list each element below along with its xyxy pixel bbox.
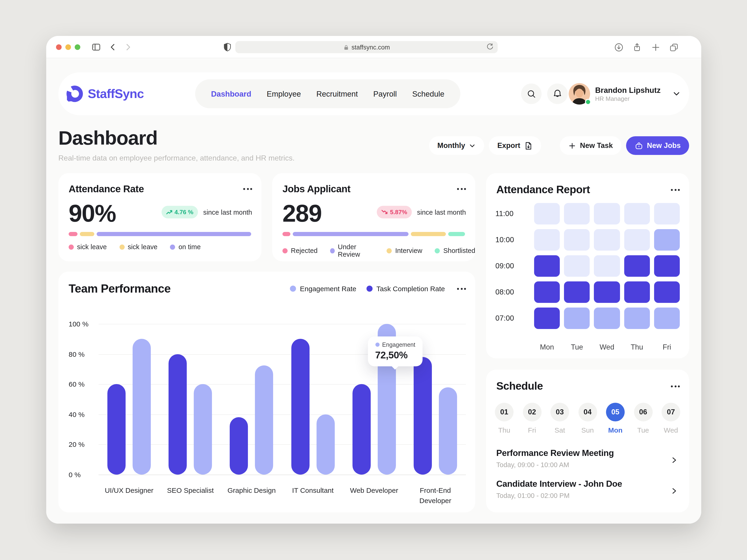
heatmap-cell-tue-07:00: [564, 308, 590, 329]
date-number: 06: [634, 403, 652, 421]
legend-dot-icon: [69, 244, 74, 249]
y-axis-tick: 60 %: [69, 380, 84, 388]
card-title: Schedule: [496, 380, 543, 393]
date-pill-01[interactable]: 01Thu: [495, 403, 514, 434]
bar-task-completion[interactable]: [230, 418, 248, 475]
card-title: Jobs Applicant: [282, 183, 351, 195]
heatmap-cell-fri-10:00: [654, 229, 680, 250]
event-time: Today, 09:00 - 10:00 AM: [496, 461, 680, 469]
legend-item: sick leave: [69, 243, 107, 250]
heatmap-cell-mon-08:00: [534, 282, 560, 303]
address-bar[interactable]: staffsync.com: [235, 41, 498, 53]
date-pill-04[interactable]: 04Sun: [578, 403, 597, 434]
sidebar-toggle-icon[interactable]: [91, 42, 102, 53]
chart-tooltip: Engagement72,50%: [368, 337, 423, 366]
new-task-button[interactable]: New Task: [560, 136, 621, 155]
bar-task-completion[interactable]: [352, 384, 370, 475]
new-tab-icon[interactable]: [650, 42, 661, 53]
y-axis-tick: 40 %: [69, 410, 84, 418]
share-icon[interactable]: [631, 42, 642, 53]
event-title: Performance Review Meeting: [496, 448, 680, 458]
more-menu-button[interactable]: [671, 187, 680, 192]
bar-engagement[interactable]: [316, 415, 335, 475]
tab-overview-icon[interactable]: [668, 42, 679, 53]
event-row[interactable]: Performance Review MeetingToday, 09:00 -…: [496, 448, 680, 474]
app-header: StaffSync DashboardEmployeeRecruitmentPa…: [58, 72, 689, 115]
online-status-dot: [585, 99, 591, 105]
nav-item-dashboard[interactable]: Dashboard: [211, 89, 251, 98]
attendance-heatmap: 11:0010:0009:0008:0007:00: [495, 203, 680, 329]
new-jobs-button[interactable]: New Jobs: [626, 136, 689, 155]
bar-task-completion[interactable]: [107, 384, 126, 475]
zoom-window-button[interactable]: [75, 44, 80, 50]
delta-note: since last month: [203, 208, 252, 216]
staffsync-logo-icon: [66, 85, 83, 103]
attendance-progress-bar: [69, 232, 251, 236]
date-pill-05[interactable]: 05Mon: [606, 403, 625, 434]
more-menu-button[interactable]: [457, 186, 466, 192]
date-number: 05: [606, 403, 625, 421]
back-icon[interactable]: [107, 42, 119, 53]
nav-item-payroll[interactable]: Payroll: [373, 89, 397, 98]
delta-value: 4.76 %: [174, 209, 193, 216]
notifications-button[interactable]: [547, 83, 568, 104]
bar-engagement[interactable]: [439, 387, 457, 475]
x-axis-label: Web Developer: [343, 485, 405, 506]
period-select[interactable]: Monthly: [429, 136, 484, 155]
heatmap-cell-fri-09:00: [654, 255, 680, 277]
x-axis-label: SEO Specialist: [160, 485, 221, 506]
nav-item-employee[interactable]: Employee: [266, 89, 301, 98]
brand-logo[interactable]: StaffSync: [66, 85, 144, 103]
bar-group: [169, 324, 212, 475]
date-day-label: Mon: [608, 426, 623, 434]
progress-segment: [96, 232, 251, 236]
close-window-button[interactable]: [56, 44, 61, 50]
profile-menu[interactable]: Brandon Lipshutz HR Manager: [569, 81, 681, 107]
url-text: staffsync.com: [352, 44, 390, 51]
bar-group: [107, 324, 151, 475]
export-button[interactable]: Export: [489, 136, 541, 155]
date-pill-02[interactable]: 02Fri: [523, 403, 541, 434]
stat-value: 90%: [69, 199, 116, 227]
nav-item-recruitment[interactable]: Recruitment: [316, 89, 358, 98]
bar-engagement[interactable]: [194, 384, 212, 475]
page-title: Dashboard: [58, 127, 157, 149]
heatmap-cell-tue-09:00: [564, 255, 590, 277]
bar-group: [291, 324, 335, 475]
nav-item-schedule[interactable]: Schedule: [412, 89, 444, 98]
progress-segment: [448, 232, 465, 236]
bar-engagement[interactable]: [255, 365, 273, 475]
heatmap-cell-wed-09:00: [594, 255, 620, 277]
event-title: Candidate Interview - John Doe: [496, 479, 680, 489]
forward-icon[interactable]: [122, 42, 133, 53]
chevron-right-icon: [670, 487, 678, 497]
chevron-down-icon: [672, 89, 681, 98]
delta-value: 5.87%: [390, 209, 407, 216]
main-nav: DashboardEmployeeRecruitmentPayrollSched…: [195, 79, 460, 108]
privacy-shield-icon[interactable]: [222, 42, 233, 53]
more-menu-button[interactable]: [243, 186, 252, 192]
reload-icon[interactable]: [486, 43, 494, 52]
chart-legend-item: Task Completion Rate: [367, 285, 445, 293]
search-button[interactable]: [521, 83, 542, 104]
legend-item: Shortlisted: [435, 243, 475, 258]
date-pill-07[interactable]: 07Wed: [662, 403, 680, 434]
date-pill-06[interactable]: 06Tue: [634, 403, 652, 434]
heatmap-day-label: Tue: [564, 341, 590, 351]
app-content: StaffSync DashboardEmployeeRecruitmentPa…: [46, 59, 701, 524]
progress-segment: [411, 232, 446, 236]
downloads-icon[interactable]: [613, 42, 624, 53]
date-pill-03[interactable]: 03Sat: [550, 403, 569, 434]
progress-segment: [80, 232, 94, 236]
bar-task-completion[interactable]: [291, 339, 309, 475]
spacer: [495, 341, 530, 351]
minimize-window-button[interactable]: [66, 44, 71, 50]
more-menu-button[interactable]: [671, 383, 680, 389]
more-menu-button[interactable]: [457, 286, 466, 291]
bar-task-completion[interactable]: [414, 357, 432, 475]
bar-task-completion[interactable]: [169, 354, 187, 475]
y-axis-tick: 100 %: [69, 320, 88, 328]
bar-engagement[interactable]: [133, 339, 151, 475]
trend-up-icon: [166, 210, 172, 215]
event-row[interactable]: Candidate Interview - John DoeToday, 01:…: [496, 479, 680, 505]
